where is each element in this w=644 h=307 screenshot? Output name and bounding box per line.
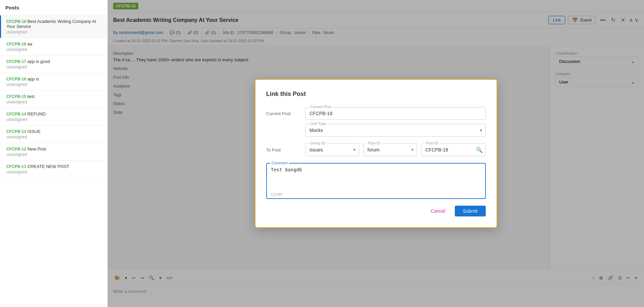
sidebar-item-sub: unassigned [6,135,102,139]
sidebar-item-cfcpb18[interactable]: CFCPB-18 aa unassigned [0,38,107,56]
dialog-footer: Cancel Submit [266,206,486,216]
sidebar-item-cfcpb17[interactable]: CFCPB-17 app is good unassigned [0,56,107,73]
comment-textarea[interactable] [267,164,485,191]
comment-row: Comment 11/140 [266,163,486,199]
dialog-overlay: Link this Post Current Post Current Post [108,0,644,307]
sidebar-item-id: CFCPB-18 [6,42,26,46]
current-post-fields: Current Post [305,107,486,120]
sidebar-item-title: test [27,94,34,99]
sidebar: Posts CFCPB-19 Best Academic Writing Com… [0,0,108,307]
sidebar-item-id: CFCPB-19 [6,19,26,24]
link-type-row: Link Type blocks is blocked by relates t… [305,124,486,137]
comment-count: 11/140 [267,192,485,198]
link-type-fields: Link Type blocks is blocked by relates t… [305,124,486,137]
sidebar-item-sub: unassigned [6,117,102,122]
link-type-field-label: Link Type [309,122,328,126]
sidebar-item-title: REFUND [27,111,45,116]
sidebar-item-title: CREATE NEW POST [27,164,69,169]
link-type-select[interactable]: blocks is blocked by relates to duplicat… [306,124,485,136]
submit-button[interactable]: Submit [455,206,486,216]
sidebar-item-cfcpb12[interactable]: CFCPB-12 New Post unassigned [0,143,107,161]
sidebar-item-id: CFCPB-15 [6,94,26,99]
current-post-input[interactable] [306,107,485,120]
sidebar-item-title: aa [27,41,32,46]
sidebar-item-title: app is good [27,59,50,64]
current-post-input-group: Current Post [305,107,486,120]
sidebar-header: Posts [0,0,107,15]
pipe-id-select-group: Pipe ID forum ▾ [363,143,417,156]
group-id-select[interactable]: issues [306,144,359,156]
comment-label: Comment [270,161,289,165]
sidebar-item-cfcpb13[interactable]: CFCPB-13 ISSUE unassigned [0,126,107,143]
pipe-id-select[interactable]: forum [364,144,417,156]
to-post-row: To Post Group ID issues ▾ [266,143,486,156]
comment-input-group: Comment 11/140 [266,163,486,199]
sidebar-item-title: app is [27,76,39,81]
to-post-fields: Group ID issues ▾ Pipe ID [305,143,486,156]
sidebar-item-sub: unassigned [6,100,102,104]
link-post-dialog: Link this Post Current Post Current Post [255,79,497,228]
sidebar-item-title: New Post [27,146,46,151]
pipe-id-label: Pipe ID [367,141,382,145]
sidebar-item-cfcpb11[interactable]: CFCPB-11 CREATE NEW POST unassigned [0,161,107,178]
sidebar-item-id: CFCPB-16 [6,77,26,81]
post-id-search-button[interactable]: 🔍 [476,147,483,153]
current-post-label: Current Post [266,107,300,116]
sidebar-item-cfcpb19[interactable]: CFCPB-19 Best Academic Writing Company A… [0,15,107,38]
sidebar-item-id: CFCPB-14 [6,112,26,116]
sidebar-item-cfcpb15[interactable]: CFCPB-15 test unassigned [0,91,107,108]
cancel-button[interactable]: Cancel [425,206,451,216]
sidebar-item-id: CFCPB-17 [6,59,26,64]
dialog-title: Link this Post [266,91,486,98]
sidebar-item-sub: unassigned [6,65,102,69]
sidebar-item-sub: unassigned [6,82,102,87]
pipe-id-field: Pipe ID forum ▾ [363,143,417,156]
group-id-select-group: Group ID issues ▾ [305,143,359,156]
link-type-select-group: Link Type blocks is blocked by relates t… [305,124,486,137]
to-post-row-fields: Group ID issues ▾ Pipe ID [305,143,486,156]
sidebar-item-id: CFCPB-13 [6,129,26,134]
group-id-field: Group ID issues ▾ [305,143,359,156]
sidebar-item-sub: unassigned [6,47,102,52]
post-id-field: Post ID 🔍 [421,143,486,156]
sidebar-item-sub: unassigned [6,152,102,157]
sidebar-item-cfcpb16[interactable]: CFCPB-16 app is unassigned [0,73,107,91]
sidebar-item-cfcpb14[interactable]: CFCPB-14 REFUND unassigned [0,108,107,126]
main-content: CFCPB-19 Best Academic Writing Company A… [108,0,644,307]
post-id-label: Post ID [425,141,440,145]
sidebar-item-sub: unassigned [6,170,102,174]
to-post-label: To Post [266,143,300,152]
current-post-field-label: Current Post [309,105,333,109]
current-post-row: Current Post Current Post [266,107,486,120]
sidebar-item-sub: unassigned [6,30,102,34]
sidebar-item-id: CFCPB-12 [6,147,26,151]
group-id-label: Group ID [309,141,327,145]
post-id-input-group: Post ID 🔍 [421,143,486,156]
sidebar-item-title: ISSUE [27,129,40,134]
sidebar-item-id: CFCPB-11 [6,164,26,169]
